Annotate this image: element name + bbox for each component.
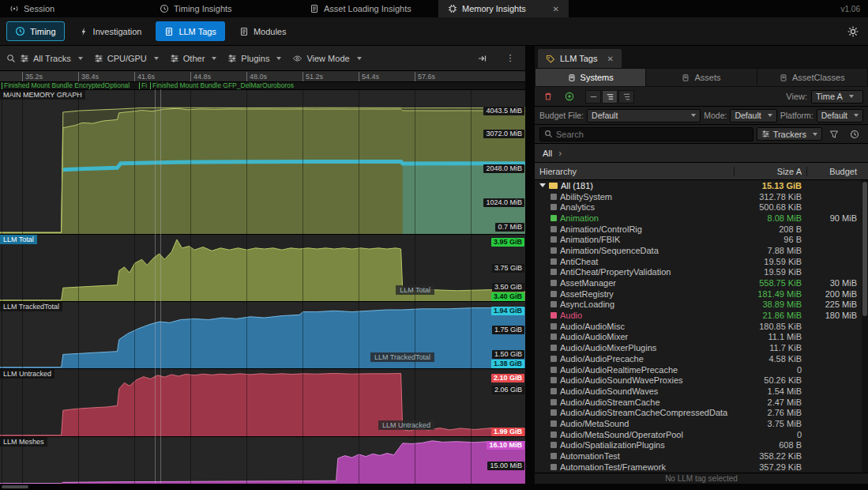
- table-row[interactable]: Audio/AudioSoundWaveProxies50.26 KiB: [535, 375, 862, 386]
- table-row[interactable]: AutomationTest358.22 KiB: [535, 450, 862, 462]
- tab-session[interactable]: Session: [0, 0, 150, 17]
- expander-icon[interactable]: [539, 183, 546, 187]
- table-row[interactable]: Audio/MetaSound/OperatorPool0: [535, 429, 862, 440]
- row-size: 19.59 KiB: [734, 257, 806, 266]
- search-box[interactable]: [539, 127, 753, 141]
- table-row[interactable]: AntiCheat19.59 KiB: [535, 256, 862, 267]
- dropdown-label: View Mode: [306, 54, 349, 63]
- track-llm-meshes[interactable]: LLM Meshes16.10 MiB15.00 MiB: [0, 436, 525, 484]
- modules-button[interactable]: Modules: [231, 21, 295, 41]
- search-input[interactable]: [556, 130, 749, 139]
- table-row[interactable]: Audio/AudioRealtimePrecache0: [535, 364, 862, 375]
- tab-timing-insights[interactable]: Timing Insights: [150, 0, 300, 17]
- table-row[interactable]: Animation/SequenceData7.88 MiB: [535, 245, 862, 256]
- table-row[interactable]: Animation/ControlRig208 B: [535, 224, 862, 235]
- tracks-area[interactable]: MAIN MEMORY GRAPH4043.5 MiB3072.0 MiB204…: [0, 89, 525, 484]
- bookmark-label[interactable]: Finished Mount Bundle GFP_DelMarOuroboro…: [150, 82, 294, 89]
- column-header-size[interactable]: Size A: [734, 167, 806, 176]
- time-marker-line[interactable]: [155, 89, 156, 484]
- investigation-button[interactable]: Investigation: [70, 21, 151, 41]
- all-tracks-dropdown[interactable]: All Tracks: [6, 54, 83, 63]
- column-header-budget[interactable]: Budget: [806, 167, 862, 176]
- tree-view-toggle[interactable]: [618, 90, 634, 104]
- time-marker-line[interactable]: [160, 89, 161, 484]
- row-label: Audio/AudioSoundWaveProxies: [560, 375, 683, 385]
- row-label: Audio/AudioMixerPlugins: [560, 343, 656, 352]
- filter-button[interactable]: [825, 126, 843, 143]
- table-row[interactable]: Audio/AudioSoundWaves1.54 MiB: [535, 386, 862, 397]
- mode-select[interactable]: Default: [730, 109, 776, 122]
- view-select[interactable]: Time A: [811, 90, 863, 104]
- value-badge: 0.7 MiB: [495, 223, 524, 232]
- close-panel-icon[interactable]: ✕: [607, 55, 614, 63]
- jump-to-end-button[interactable]: [473, 50, 490, 67]
- view-mode-dropdown[interactable]: View Mode: [292, 54, 361, 63]
- table-row[interactable]: AssetManager558.75 KiB30 MiB: [535, 277, 862, 288]
- table-row[interactable]: Audio/SpatializationPlugins608 B: [535, 440, 862, 451]
- table-row[interactable]: Audio21.86 MiB180 MiB: [535, 310, 862, 321]
- table-row[interactable]: Analytics500.68 KiB: [535, 202, 862, 213]
- vertical-scrollbar[interactable]: [862, 180, 868, 473]
- table-row[interactable]: AutomationTest/Framework357.29 KiB: [535, 462, 862, 473]
- llm-tags-button[interactable]: LLM Tags: [156, 21, 225, 41]
- pane-splitter[interactable]: [525, 46, 535, 484]
- time-presets-button[interactable]: [846, 126, 863, 143]
- table-row[interactable]: All (181)15.13 GiB: [535, 180, 862, 191]
- timing-button[interactable]: Timing: [6, 21, 65, 41]
- platform-select[interactable]: Default: [817, 109, 863, 122]
- table-row[interactable]: Audio/AudioStreamCacheCompressedData2.76…: [535, 407, 862, 418]
- budget-file-label: Budget File:: [539, 111, 584, 120]
- scrollbar-thumb[interactable]: [862, 182, 867, 316]
- bookmark-label[interactable]: Fi: [139, 82, 147, 89]
- grouped-view-toggle[interactable]: [602, 90, 618, 104]
- table-row[interactable]: Animation8.08 MiB90 MiB: [535, 213, 862, 224]
- time-ruler[interactable]: 35.2s38.4s41.6s44.8s48.0s51.2s54.4s57.6s: [0, 71, 525, 82]
- other-dropdown[interactable]: Other: [170, 54, 217, 63]
- budget-file-select[interactable]: Default: [587, 109, 701, 122]
- table-row[interactable]: AbilitySystem312.78 KiB: [535, 191, 862, 202]
- horizontal-scrollbar-thumb[interactable]: [2, 485, 28, 488]
- table-row[interactable]: AssetRegistry181.49 MiB200 MiB: [535, 288, 862, 300]
- row-size: 4.58 KiB: [734, 354, 806, 364]
- table-row[interactable]: Audio/AudioPrecache4.58 KiB: [535, 353, 862, 364]
- row-hierarchy-cell: Audio/SpatializationPlugins: [535, 440, 734, 450]
- track-llm-untracked[interactable]: LLM UntrackedLLM Untracked2.10 GiB2.06 G…: [0, 368, 525, 436]
- delete-button[interactable]: [539, 88, 557, 105]
- table-row[interactable]: Animation/FBIK96 B: [535, 234, 862, 245]
- llm-tags-panel-tab[interactable]: LLM Tags ✕: [538, 49, 622, 68]
- track-llm-total[interactable]: LLM TotalLLM Total3.95 GiB3.75 GiB3.50 G…: [0, 234, 525, 301]
- row-hierarchy-cell: Audio/AudioSoundWaveProxies: [535, 375, 734, 385]
- table-row[interactable]: Audio/AudioMisc180.85 KiB: [535, 321, 862, 332]
- subtab-assetclasses[interactable]: AssetClasses: [757, 69, 867, 86]
- row-size: 96 B: [734, 235, 806, 244]
- subtab-assets[interactable]: Assets: [646, 69, 756, 86]
- breadcrumb-item-all[interactable]: All: [543, 149, 552, 158]
- table-row[interactable]: Audio/MetaSound3.75 MiB: [535, 418, 862, 429]
- flat-view-toggle[interactable]: [585, 90, 601, 104]
- column-header-hierarchy[interactable]: Hierarchy: [535, 167, 734, 176]
- track-llm-trackedtotal[interactable]: LLM TrackedTotalLLM TrackedTotal1.94 GiB…: [0, 301, 525, 368]
- value-badge: 15.00 MiB: [487, 462, 524, 470]
- tab-asset-loading-insights[interactable]: Asset Loading Insights: [300, 0, 438, 17]
- row-size: 3.75 MiB: [734, 419, 806, 428]
- close-tab-icon[interactable]: ✕: [553, 5, 559, 13]
- row-label: Audio/MetaSound: [560, 419, 629, 428]
- value-badge: 3.40 GiB: [491, 292, 524, 301]
- table-row[interactable]: AsyncLoading38.89 MiB225 MiB: [535, 300, 862, 311]
- top-tab-bar: Session Timing Insights Asset Loading In…: [0, 0, 868, 17]
- add-button[interactable]: [561, 88, 578, 105]
- bookmark-label[interactable]: Finished Mount Bundle EncryptedOptional: [2, 82, 130, 89]
- table-row[interactable]: Audio/AudioMixer11.1 MiB: [535, 332, 862, 343]
- cpu-gpu-dropdown[interactable]: CPU/GPU: [94, 54, 159, 63]
- row-hierarchy-cell: AutomationTest/Framework: [535, 462, 734, 472]
- subtab-systems[interactable]: Systems: [535, 69, 645, 86]
- table-row[interactable]: Audio/AudioStreamCache2.47 MiB: [535, 397, 862, 408]
- table-row[interactable]: AntiCheat/PropertyValidation19.59 KiB: [535, 267, 862, 278]
- track-main-memory-graph[interactable]: MAIN MEMORY GRAPH4043.5 MiB3072.0 MiB204…: [0, 89, 525, 234]
- more-options-button[interactable]: ⋮: [502, 50, 519, 67]
- table-row[interactable]: Audio/AudioMixerPlugins11.7 KiB: [535, 342, 862, 353]
- plugins-dropdown[interactable]: Plugins: [227, 54, 281, 63]
- theme-toggle-button[interactable]: [844, 23, 862, 40]
- trackers-dropdown[interactable]: Trackers: [757, 127, 822, 141]
- tab-memory-insights[interactable]: Memory Insights ✕: [438, 0, 569, 17]
